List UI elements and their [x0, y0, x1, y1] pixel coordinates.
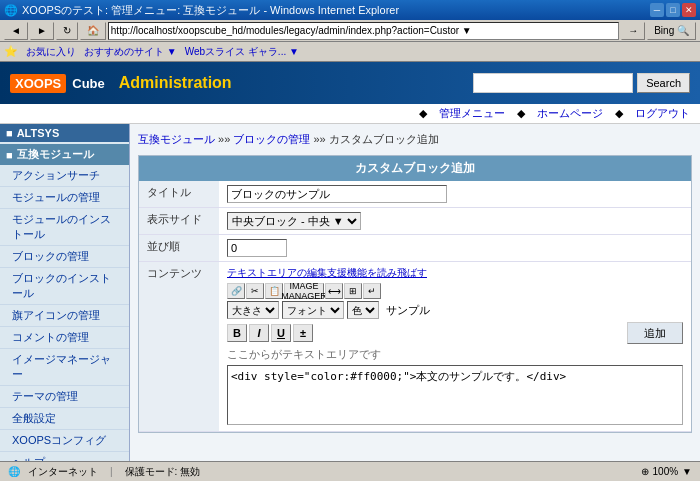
- address-input[interactable]: [108, 22, 619, 40]
- form-row-content: コンテンツ テキストエリアの編集支援機能を読み飛ばす 🔗 ✂ 📋: [139, 262, 691, 432]
- favorites-link[interactable]: お気に入り: [26, 45, 76, 59]
- browser-content: XOOPS Cube Administration Search ◆ 管理メニュ…: [0, 62, 700, 461]
- forward-button[interactable]: ►: [30, 22, 54, 40]
- sidebar-item-10[interactable]: XOOPSコンフィグ: [0, 430, 129, 452]
- status-bar: 🌐 インターネット | 保護モード: 無効 ⊕ 100% ▼: [0, 461, 700, 481]
- maximize-button[interactable]: □: [666, 3, 680, 17]
- legacy-label: 互換モジュール: [17, 147, 94, 162]
- address-bar: ◄ ► ↻ 🏠 → Bing 🔍: [0, 20, 700, 42]
- refresh-button[interactable]: ↻: [56, 22, 78, 40]
- title-input[interactable]: [227, 185, 447, 203]
- internet-label: インターネット: [28, 465, 98, 479]
- webslices-link[interactable]: Webスライス ギャラ... ▼: [185, 45, 299, 59]
- breadcrumb: 互換モジュール »» ブロックの管理 »» カスタムブロック追加: [138, 132, 692, 147]
- breadcrumb-sep-1: »»: [218, 133, 233, 145]
- breadcrumb-sep-2: »»: [313, 133, 328, 145]
- xoops-logo: XOOPS Cube Administration: [10, 74, 232, 93]
- nav-sep1: ◆: [419, 107, 427, 120]
- recommended-link[interactable]: おすすめのサイト ▼: [84, 45, 177, 59]
- nav-links: ◆ 管理メニュー ◆ ホームページ ◆ ログアウト: [0, 104, 700, 124]
- editor-btn-1[interactable]: 🔗: [227, 283, 245, 299]
- format-button[interactable]: ±: [293, 324, 313, 342]
- search-bar-button[interactable]: Bing 🔍: [647, 22, 696, 40]
- editor-btn-link2[interactable]: ⟷: [325, 283, 343, 299]
- close-button[interactable]: ✕: [682, 3, 696, 17]
- breadcrumb-current: カスタムブロック追加: [329, 133, 439, 145]
- editor-btn-img[interactable]: IMAGEMANAGER: [284, 283, 324, 299]
- logout-link[interactable]: ログアウト: [635, 106, 690, 121]
- content-textarea[interactable]: <div style="color:#ff0000;">本文のサンプルです。</…: [227, 365, 683, 425]
- editor-btn-indent[interactable]: ⊞: [344, 283, 362, 299]
- order-label: 並び順: [139, 235, 219, 262]
- altsys-label: ALTSYS: [17, 127, 60, 139]
- sidebar-item-5[interactable]: 旗アイコンの管理: [0, 305, 129, 327]
- home-button[interactable]: 🏠: [80, 22, 106, 40]
- nav-sep2: ◆: [517, 107, 525, 120]
- altsys-plus-icon: ■: [6, 127, 13, 139]
- admin-label: Administration: [119, 74, 232, 92]
- sample-preview: サンプル: [386, 303, 430, 318]
- go-button[interactable]: →: [621, 22, 645, 40]
- sidebar-item-8[interactable]: テーマの管理: [0, 386, 129, 408]
- protection-label: 保護モード: 無効: [125, 465, 201, 479]
- editor-icon-row: 🔗 ✂ 📋 IMAGEMANAGER ⟷ ⊞ ↵: [227, 283, 683, 299]
- font-select[interactable]: フォント: [282, 301, 344, 319]
- breadcrumb-link-2[interactable]: ブロックの管理: [233, 133, 310, 145]
- zoom-area: ⊕ 100% ▼: [641, 466, 692, 477]
- sidebar-item-0[interactable]: アクションサーチ: [0, 165, 129, 187]
- nav-sep3: ◆: [615, 107, 623, 120]
- side-value: 中央ブロック - 中央 ▼: [219, 208, 691, 235]
- main-layout: ■ ALTSYS ■ 互換モジュール アクションサーチ モジュールの管理 モジュ…: [0, 124, 700, 461]
- sidebar-item-1[interactable]: モジュールの管理: [0, 187, 129, 209]
- side-select[interactable]: 中央ブロック - 中央 ▼: [227, 212, 361, 230]
- editor-hint: テキストエリアの編集支援機能を読み飛ばす: [227, 266, 683, 280]
- zoom-icon: ⊕: [641, 466, 649, 477]
- zoom-label: 100%: [653, 466, 679, 477]
- home-link[interactable]: ホームページ: [537, 106, 603, 121]
- search-area: Search: [473, 73, 690, 93]
- form-panel-title: カスタムブロック追加: [139, 156, 691, 181]
- order-value: [219, 235, 691, 262]
- status-icon: 🌐: [8, 466, 20, 477]
- editor-btn-2[interactable]: ✂: [246, 283, 264, 299]
- underline-button[interactable]: U: [271, 324, 291, 342]
- breadcrumb-link-1[interactable]: 互換モジュール: [138, 133, 215, 145]
- editor-row2: 大きさ フォント 色 サンプル: [227, 301, 683, 319]
- sidebar-item-2[interactable]: モジュールのインストール: [0, 209, 129, 246]
- favorites-icon: ⭐: [4, 45, 18, 58]
- title-value: [219, 181, 691, 208]
- links-bar: ⭐ お気に入り おすすめのサイト ▼ Webスライス ギャラ... ▼: [0, 42, 700, 62]
- title-label: タイトル: [139, 181, 219, 208]
- content-area: 互換モジュール »» ブロックの管理 »» カスタムブロック追加 カスタムブロッ…: [130, 124, 700, 461]
- xoops-header: XOOPS Cube Administration Search: [0, 62, 700, 104]
- search-input[interactable]: [473, 73, 633, 93]
- sidebar-item-9[interactable]: 全般設定: [0, 408, 129, 430]
- sidebar-item-11[interactable]: ヘルプ: [0, 452, 129, 461]
- size-select[interactable]: 大きさ: [227, 301, 279, 319]
- form-table: タイトル 表示サイド 中央ブロック - 中央 ▼: [139, 181, 691, 432]
- side-label: 表示サイド: [139, 208, 219, 235]
- sidebar-item-3[interactable]: ブロックの管理: [0, 246, 129, 268]
- sidebar-legacy-header[interactable]: ■ 互換モジュール: [0, 144, 129, 165]
- sidebar-altsys-header[interactable]: ■ ALTSYS: [0, 124, 129, 142]
- editor-btn-5[interactable]: ↵: [363, 283, 381, 299]
- editor-skip-link[interactable]: テキストエリアの編集支援機能を読み飛ばす: [227, 267, 427, 278]
- bold-button[interactable]: B: [227, 324, 247, 342]
- minimize-button[interactable]: ─: [650, 3, 664, 17]
- color-select[interactable]: 色: [347, 301, 379, 319]
- sidebar-item-6[interactable]: コメントの管理: [0, 327, 129, 349]
- form-row-title: タイトル: [139, 181, 691, 208]
- zoom-dropdown-icon: ▼: [682, 466, 692, 477]
- admin-menu-link[interactable]: 管理メニュー: [439, 106, 505, 121]
- form-panel: カスタムブロック追加 タイトル 表示サイド 中央ブロック - 中央 ▼: [138, 155, 692, 433]
- italic-button[interactable]: I: [249, 324, 269, 342]
- order-input[interactable]: [227, 239, 287, 257]
- textarea-wrapper: <div style="color:#ff0000;">本文のサンプルです。</…: [227, 365, 683, 427]
- content-label: コンテンツ: [139, 262, 219, 432]
- sidebar-item-7[interactable]: イメージマネージャー: [0, 349, 129, 386]
- back-button[interactable]: ◄: [4, 22, 28, 40]
- search-button[interactable]: Search: [637, 73, 690, 93]
- add-button[interactable]: 追加: [627, 322, 683, 344]
- sidebar-item-4[interactable]: ブロックのインストール: [0, 268, 129, 305]
- title-bar: 🌐 XOOPSのテスト: 管理メニュー: 互換モジュール - Windows I…: [0, 0, 700, 20]
